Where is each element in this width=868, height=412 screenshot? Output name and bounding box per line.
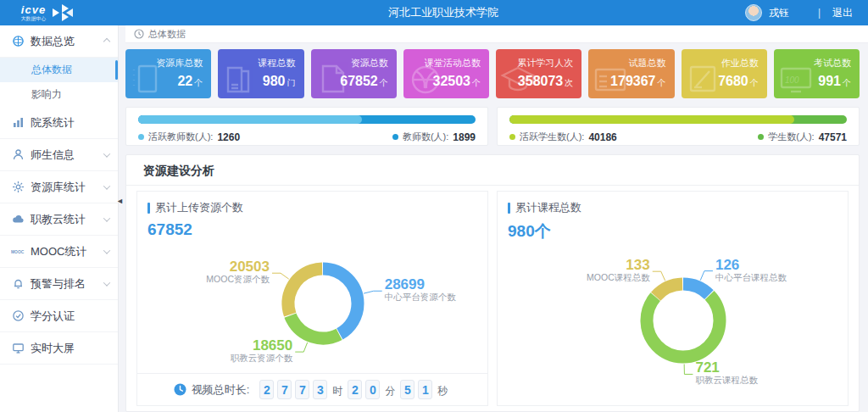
- sidebar-item-4[interactable]: 职教云统计: [0, 203, 118, 236]
- gear-icon: [11, 181, 25, 194]
- screen-icon: [11, 342, 25, 355]
- duration-digit: 1: [418, 380, 432, 399]
- total-value: 1899: [453, 131, 476, 143]
- svg-text:100: 100: [785, 75, 799, 85]
- stat-card-unit: 次: [565, 78, 573, 87]
- stat-card-unit: 个: [750, 78, 759, 87]
- progress-fill: [138, 115, 362, 124]
- total-courses-chart-box: 累计课程总数 980个 126中心平台课程总数721职教云课程总数133MOOC…: [497, 191, 849, 406]
- slice-value-label: 133: [626, 257, 649, 273]
- sidebar-item-1[interactable]: 院系统计: [0, 107, 118, 139]
- shield-check-icon: [11, 309, 25, 323]
- slice-name-label: 中心平台课程总数: [715, 272, 787, 282]
- left-chart-subtitle: 累计上传资源个数: [155, 200, 243, 215]
- resource-analysis-panel: 资源建设分析 累计上传资源个数 67852 28699中心平台资源个数18650…: [125, 154, 860, 412]
- panel-title: 资源建设分析: [126, 155, 859, 186]
- slice-name-label: 中心平台资源个数: [384, 292, 456, 302]
- stat-card-label: 课程总数: [226, 57, 295, 70]
- duration-digit: 7: [277, 380, 292, 399]
- separator: |: [818, 7, 821, 19]
- sidebar-item-label: 预警与排名: [31, 276, 104, 292]
- sidebar-item-7[interactable]: 学分认证: [0, 300, 118, 332]
- stat-card-unit: 个: [843, 78, 851, 87]
- label-line: [652, 271, 665, 281]
- slice-value-label: 126: [715, 257, 738, 273]
- duration-digit: 5: [400, 380, 415, 399]
- duration-digit: 2: [259, 380, 274, 399]
- progress-track: [509, 115, 847, 124]
- sidebar-item-5[interactable]: MOOCMOOC统计: [0, 236, 118, 268]
- stat-card-2: 资源总数67852个: [311, 49, 397, 98]
- logo-subtitle: 大数据中心: [21, 16, 47, 21]
- sidebar-item-label: 学分认证: [31, 309, 109, 324]
- stat-card-0: 资源库总数22个: [125, 49, 211, 98]
- left-chart-total: 67852: [137, 215, 487, 239]
- right-chart-total: 980个: [498, 215, 848, 242]
- slice-name-label: MOOC资源个数: [206, 274, 270, 284]
- school-title: 河北工业职业技术学院: [388, 5, 498, 20]
- slice-name-label: MOOC课程总数: [587, 272, 650, 282]
- duration-digit: 7: [295, 380, 309, 399]
- stat-card-unit: 个: [658, 78, 666, 87]
- sidebar-item-8[interactable]: 实时大屏: [0, 332, 118, 365]
- logo-triangles-icon: [52, 3, 74, 22]
- main-content: 资源库总数22个课程总数980门资源总数67852个课堂活动总数32503个累计…: [125, 43, 860, 412]
- slice-value-label: 18650: [252, 337, 292, 354]
- stat-card-label: 资源库总数: [134, 57, 203, 70]
- sidebar-item-6[interactable]: 预警与排名: [0, 268, 118, 300]
- stat-card-unit: 门: [287, 78, 296, 87]
- sidebar-item-3[interactable]: 资源库统计: [0, 171, 118, 203]
- stat-card-3: 课堂活动总数32503个: [403, 49, 489, 98]
- clock-icon: [174, 383, 186, 396]
- username: 戎钰: [769, 6, 789, 20]
- bell-icon: [11, 277, 25, 291]
- duration-unit: 秒: [437, 385, 448, 397]
- uploaded-resources-chart-box: 累计上传资源个数 67852 28699中心平台资源个数18650职教云资源个数…: [136, 191, 488, 406]
- duration-unit: 时: [332, 385, 342, 397]
- sidebar-collapse-arrow[interactable]: ◄: [116, 197, 124, 205]
- activity-bar-panel-0: 活跃教师数(人): 1260 教师数(人): 1899: [125, 107, 488, 146]
- duration-digit: 2: [348, 380, 362, 399]
- video-duration-digits: 2773时20分51秒: [258, 380, 451, 399]
- total-value: 47571: [819, 131, 847, 143]
- legend-dot: [138, 134, 144, 140]
- sidebar-item-label: 师生信息: [31, 148, 104, 163]
- sidebar-item-2[interactable]: 师生信息: [0, 139, 118, 171]
- slice-value-label: 721: [695, 359, 719, 376]
- slice-value-label: 28699: [384, 276, 424, 292]
- courses-donut-chart: 126中心平台课程总数721职教云课程总数133MOOC课程总数: [504, 242, 843, 400]
- logout-button[interactable]: 退出: [832, 6, 853, 20]
- stat-card-7: 100考试总数991个: [774, 49, 860, 98]
- sidebar-item-0[interactable]: 数据总览: [0, 25, 118, 58]
- breadcrumb-label: 总体数据: [148, 28, 186, 41]
- sidebar-subitem-0-1[interactable]: 影响力: [0, 82, 118, 107]
- stat-card-unit: 个: [472, 78, 481, 87]
- mooc-icon: MOOC: [11, 245, 25, 259]
- slice-name-label: 职教云课程总数: [695, 375, 758, 385]
- sidebar-item-label: 职教云统计: [31, 212, 104, 227]
- sidebar-subitem-0-0[interactable]: 总体数据: [0, 58, 118, 82]
- stat-card-label: 作业总数: [690, 57, 759, 70]
- chevron-down-icon: [103, 182, 110, 189]
- duration-digit: 3: [313, 380, 327, 399]
- user-avatar[interactable]: [745, 4, 762, 21]
- slice-value-label: 20503: [229, 259, 269, 275]
- activity-bar-panel-1: 活跃学生数(人): 40186 学生数(人): 47571: [497, 107, 860, 146]
- top-header: icve 大数据中心 河北工业职业技术学院 戎钰 | 退出: [0, 0, 868, 25]
- video-duration-bar: 视频总时长: 2773时20分51秒: [137, 373, 487, 405]
- sidebar-item-label: MOOC统计: [31, 244, 104, 259]
- activity-bars-row: 活跃教师数(人): 1260 教师数(人): 1899 活跃学生数(人): 40…: [125, 107, 860, 146]
- chevron-down-icon: [103, 150, 110, 157]
- chevron-up-icon: [103, 37, 110, 44]
- subtitle-marker: [147, 203, 150, 214]
- label-line: [700, 271, 713, 281]
- duration-digit: 0: [365, 380, 380, 399]
- stat-card-1: 课程总数980门: [218, 49, 303, 98]
- total-label: 学生数(人):: [768, 131, 814, 143]
- progress-fill: [509, 115, 794, 124]
- chevron-down-icon: [103, 214, 110, 221]
- fill-label: 活跃学生数(人):: [520, 131, 584, 143]
- sidebar-item-label: 院系统计: [31, 115, 109, 131]
- fill-value: 1260: [217, 131, 240, 143]
- sidebar-item-label: 数据总览: [31, 34, 104, 49]
